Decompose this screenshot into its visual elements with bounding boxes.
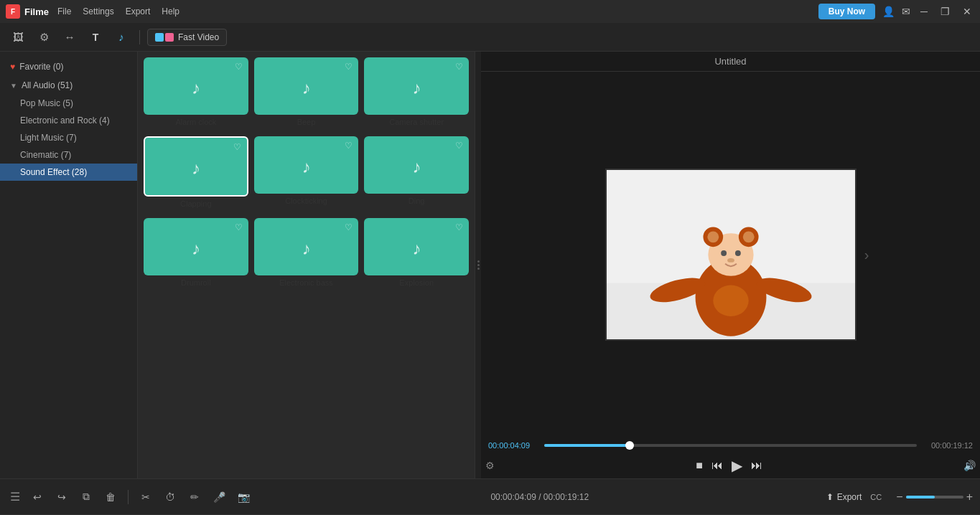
menu-file[interactable]: File <box>57 6 71 16</box>
list-item[interactable]: ♡ ♪ Electronic bass <box>254 218 359 291</box>
favorite-label: Favorite (0) <box>19 62 63 72</box>
sidebar-item-all-audio[interactable]: ▼ All Audio (51) <box>0 76 137 95</box>
maximize-button[interactable]: ❐ <box>938 6 953 17</box>
subtitle-button[interactable]: CC <box>866 487 886 507</box>
account-icon[interactable]: 👤 <box>882 6 895 17</box>
audio-card-electronic-bass[interactable]: ♡ ♪ <box>254 218 359 275</box>
buy-now-button[interactable]: Buy Now <box>818 4 875 19</box>
seek-thumb[interactable] <box>625 441 634 450</box>
titlebar-left: F Filme File Settings Export Help <box>6 4 179 19</box>
preview-next-button[interactable]: › <box>864 246 869 263</box>
transitions-button[interactable]: ↔ <box>59 27 80 47</box>
audio-card-inner: ♪ <box>144 218 248 275</box>
sidebar-item-cinematic[interactable]: Cinematic (7) <box>0 146 137 164</box>
audio-card-explosion[interactable]: ♡ ♪ <box>364 218 469 275</box>
stop-button[interactable]: ■ <box>696 459 703 472</box>
list-item[interactable]: ♡ ♪ Ding <box>364 136 469 212</box>
sidebar-item-favorite[interactable]: ♥ Favorite (0) <box>0 57 137 76</box>
panel-divider[interactable] <box>475 52 481 478</box>
audio-card-beep[interactable]: ♡ ♪ <box>254 57 359 115</box>
audio-card-label-alarm: Alarm clock <box>144 118 248 131</box>
titlebar: F Filme File Settings Export Help Buy No… <box>0 0 980 23</box>
fv-color-2 <box>165 33 174 42</box>
zoom-out-button[interactable]: − <box>896 491 902 504</box>
settings-icon[interactable]: ⚙ <box>485 460 495 471</box>
playback-controls: ⚙ ■ ⏮ ▶ ⏭ 🔊 <box>481 453 980 478</box>
delete-button[interactable]: 🗑 <box>101 487 121 507</box>
pen-button[interactable]: ✏ <box>185 487 205 507</box>
mic-button[interactable]: 🎤 <box>209 487 229 507</box>
video-preview-area: › <box>481 72 980 437</box>
camera-button[interactable]: 📷 <box>233 487 253 507</box>
next-frame-button[interactable]: ⏭ <box>751 459 762 472</box>
favorite-icon-explosion[interactable]: ♡ <box>455 222 463 232</box>
preview-image <box>607 170 855 339</box>
audio-card-label-ebass: Electronic bass <box>254 278 359 291</box>
preview-title: Untitled <box>481 52 980 72</box>
zoom-in-button[interactable]: + <box>966 491 973 504</box>
list-item[interactable]: ♡ ♪ Clapping <box>144 136 248 212</box>
favorite-icon-alarm[interactable]: ♡ <box>235 62 243 72</box>
list-item[interactable]: ♡ ♪ Alarm clock <box>144 57 248 131</box>
timeline-menu-button[interactable]: ☰ <box>7 487 23 506</box>
minimize-button[interactable]: ─ <box>918 6 930 17</box>
audio-card-inner: ♪ <box>144 57 248 115</box>
sidebar-item-light-music[interactable]: Light Music (7) <box>0 129 137 146</box>
list-item[interactable]: ♡ ♪ Clockticking <box>254 136 359 212</box>
menu-help[interactable]: Help <box>162 6 179 16</box>
speed-button[interactable]: ⏱ <box>160 487 180 507</box>
notification-icon[interactable]: ✉ <box>902 6 910 17</box>
sidebar-item-pop-music[interactable]: Pop Music (5) <box>0 95 137 112</box>
video-thumbnail <box>607 170 855 339</box>
audio-card-label-ding: Ding <box>364 197 469 209</box>
menu-export[interactable]: Export <box>126 6 151 16</box>
toolbar-separator <box>128 490 129 504</box>
audio-card-camera-shutter[interactable]: ♡ ♪ <box>364 57 469 115</box>
audio-card-drumroll[interactable]: ♡ ♪ <box>144 218 248 275</box>
audio-card-ding[interactable]: ♡ ♪ <box>364 136 469 194</box>
export-icon: ⬆ <box>826 492 834 502</box>
copy-button[interactable]: ⧉ <box>76 487 96 507</box>
list-item[interactable]: ♡ ♪ Camera shutter <box>364 57 469 131</box>
audio-card-alarm-clock[interactable]: ♡ ♪ <box>144 57 248 115</box>
music-note-icon: ♪ <box>192 78 200 98</box>
media-button[interactable]: 🖼 <box>7 27 29 47</box>
favorite-icon-clapping[interactable]: ♡ <box>233 142 241 152</box>
audio-card-inner: ♪ <box>145 138 247 195</box>
export-button[interactable]: ⬆ Export <box>826 492 862 502</box>
audio-card-label-explosion: Explosion <box>364 278 469 291</box>
favorite-icon-beep[interactable]: ♡ <box>345 62 353 72</box>
split-button[interactable]: ✂ <box>136 487 156 507</box>
seek-bar-area: 00:00:04:09 00:00:19:12 <box>481 437 980 453</box>
music-note-icon: ♪ <box>192 239 200 259</box>
redo-button[interactable]: ↪ <box>52 487 72 507</box>
text-button[interactable]: T <box>85 27 106 47</box>
music-note-icon: ♪ <box>412 157 421 177</box>
favorite-icon-drumroll[interactable]: ♡ <box>235 222 243 232</box>
audio-button[interactable]: ♪ <box>111 27 132 47</box>
favorite-icon-clock[interactable]: ♡ <box>345 141 353 151</box>
list-item[interactable]: ♡ ♪ Drumroll <box>144 218 248 291</box>
favorite-icon-ebass[interactable]: ♡ <box>345 222 353 232</box>
sidebar-item-electronic-rock[interactable]: Electronic and Rock (4) <box>0 112 137 129</box>
effects-button[interactable]: ⚙ <box>33 27 55 47</box>
list-item[interactable]: ♡ ♪ Explosion <box>364 218 469 291</box>
menu-settings[interactable]: Settings <box>83 6 113 16</box>
audio-card-clapping[interactable]: ♡ ♪ <box>144 136 248 197</box>
arrow-down-icon: ▼ <box>10 82 17 90</box>
volume-icon[interactable]: 🔊 <box>963 460 976 471</box>
undo-button[interactable]: ↩ <box>27 487 47 507</box>
play-button[interactable]: ▶ <box>732 457 742 474</box>
seek-bar[interactable] <box>544 444 917 447</box>
fast-video-button[interactable]: Fast Video <box>147 29 227 46</box>
zoom-slider[interactable] <box>906 496 963 499</box>
audio-card-clockticking[interactable]: ♡ ♪ <box>254 136 359 194</box>
sidebar-item-sound-effect[interactable]: Sound Effect (28) <box>0 164 137 181</box>
favorite-icon-ding[interactable]: ♡ <box>455 141 463 151</box>
close-button[interactable]: ✕ <box>960 6 974 17</box>
main-area: ♥ Favorite (0) ▼ All Audio (51) Pop Musi… <box>0 52 980 478</box>
favorite-icon-camera[interactable]: ♡ <box>455 62 463 72</box>
prev-frame-button[interactable]: ⏮ <box>711 459 723 472</box>
list-item[interactable]: ♡ ♪ Beep <box>254 57 359 131</box>
audio-card-inner: ♪ <box>364 218 469 275</box>
